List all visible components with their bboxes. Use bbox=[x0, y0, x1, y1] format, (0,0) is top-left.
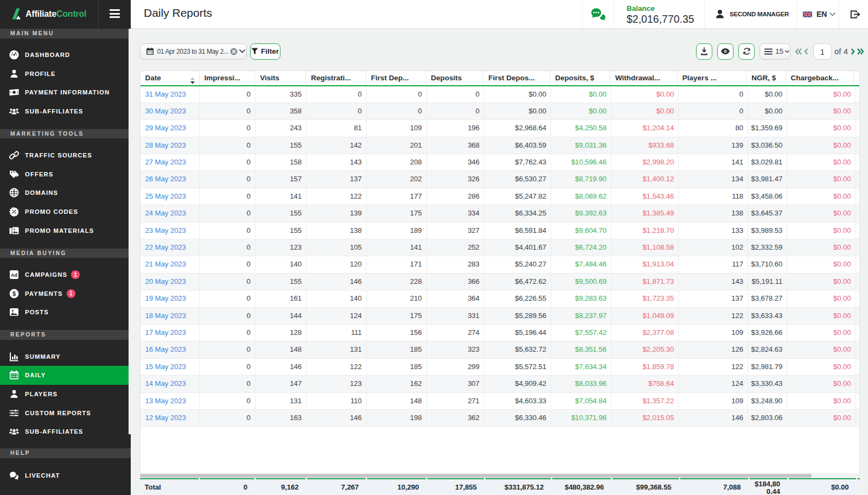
svg-text:$: $ bbox=[12, 290, 16, 297]
svg-text:Ad: Ad bbox=[11, 272, 17, 278]
